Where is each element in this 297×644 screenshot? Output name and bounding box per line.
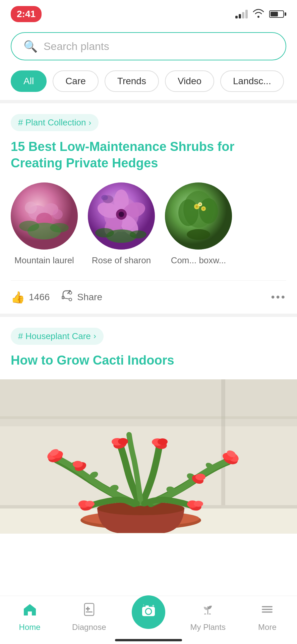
status-icons [235,8,286,20]
diagnose-icon [82,602,97,620]
svg-rect-78 [86,611,93,612]
filter-tabs: All Care Trends Video Landsc... [0,67,297,100]
category-label-2: # Houseplant Care [18,331,91,341]
svg-point-19 [95,228,114,237]
myplants-icon [200,602,215,620]
nav-item-myplants[interactable]: My Plants [178,602,238,632]
like-icon: 👍 [11,290,25,304]
plant-item-0[interactable]: Mountain laurel [11,182,78,266]
plant-circle-1 [88,182,155,250]
category-tag-1[interactable]: # Plant Collection › [11,114,99,131]
filter-tab-landscape[interactable]: Landsc... [220,70,284,92]
category-chevron-1: › [88,118,91,127]
svg-rect-40 [0,416,297,419]
svg-point-76 [194,501,203,507]
svg-point-68 [73,461,83,468]
home-icon [22,602,37,620]
nav-item-home[interactable]: Home [0,602,59,632]
post-card-2: # Houseplant Care › How to Grow Cacti In… [0,317,297,534]
svg-point-34 [69,291,72,294]
filter-tab-care[interactable]: Care [53,70,99,92]
filter-tab-trends[interactable]: Trends [105,70,159,92]
nav-item-diagnose[interactable]: Diagnose [59,602,119,632]
svg-point-30 [196,206,198,208]
share-button[interactable]: Share [62,290,102,304]
svg-rect-84 [262,609,273,610]
svg-rect-85 [262,611,273,613]
post-title-2[interactable]: How to Grow Cacti Indoors [11,352,286,369]
svg-point-7 [19,221,39,231]
section-divider-1 [0,100,297,103]
svg-point-73 [85,501,95,507]
plant-label-0: Mountain laurel [14,255,74,266]
plant-label-1: Rose of sharon [92,255,151,266]
svg-rect-83 [262,606,273,607]
plant-item-1[interactable]: Rose of sharon [88,182,155,266]
status-time: 2:41 [11,6,42,22]
nav-label-diagnose: Diagnose [72,623,106,632]
post-title-1[interactable]: 15 Best Low-Maintenance Shrubs for Creat… [11,139,286,172]
svg-point-20 [130,230,146,238]
post-image-cactus[interactable] [0,379,297,534]
plant-circle-0 [11,182,78,250]
plant-circle-2 [165,182,232,250]
nav-label-home: Home [19,623,41,632]
wifi-icon [252,8,264,20]
nav-item-camera[interactable] [119,605,178,629]
category-label-1: # Plant Collection [18,117,86,128]
home-indicator [115,639,182,641]
share-label: Share [77,292,102,303]
nav-label-myplants: My Plants [190,623,226,632]
post2-header: # Houseplant Care › How to Grow Cacti In… [0,328,297,369]
svg-point-22 [101,195,108,200]
more-button-1[interactable]: ••• [271,291,286,303]
search-icon: 🔍 [23,40,38,53]
svg-point-26 [199,198,218,224]
category-chevron-2: › [94,331,96,341]
post-actions-1: 👍 1466 Share ••• [11,280,286,314]
section-divider-2 [0,314,297,317]
share-icon [62,290,73,304]
nav-label-more: More [258,623,277,632]
camera-icon [140,602,157,622]
svg-point-8 [50,223,69,232]
svg-point-70 [195,474,205,480]
svg-point-32 [199,204,201,205]
svg-point-63 [118,438,128,445]
filter-tab-all[interactable]: All [11,70,47,92]
status-bar: 2:41 [0,0,297,25]
post-card-1: # Plant Collection › 15 Best Low-Mainten… [0,103,297,314]
svg-point-5 [53,209,63,219]
more-icon [260,602,275,620]
svg-point-17 [119,212,124,217]
svg-point-4 [25,202,37,214]
plant-circles: Mountain laurel [11,182,286,271]
svg-point-25 [178,199,198,226]
like-count: 1466 [29,292,50,303]
svg-point-33 [187,229,210,240]
like-button[interactable]: 👍 1466 [11,290,50,304]
signal-icon [235,10,248,18]
svg-point-31 [203,208,204,209]
category-tag-2[interactable]: # Houseplant Care › [11,328,104,345]
nav-item-more[interactable]: More [238,602,297,632]
plant-item-2[interactable]: Com... boxw... [165,182,232,266]
search-section: 🔍 Search plants [0,25,297,67]
svg-point-36 [69,298,72,301]
svg-rect-82 [145,605,149,607]
svg-rect-38 [0,379,297,426]
plant-label-2: Com... boxw... [171,255,226,266]
filter-tab-video[interactable]: Video [165,70,214,92]
camera-button[interactable] [132,595,165,629]
svg-point-66 [158,438,168,445]
svg-point-81 [147,610,150,613]
search-bar[interactable]: 🔍 Search plants [11,32,286,60]
battery-icon [269,10,286,18]
search-placeholder: Search plants [44,40,109,53]
